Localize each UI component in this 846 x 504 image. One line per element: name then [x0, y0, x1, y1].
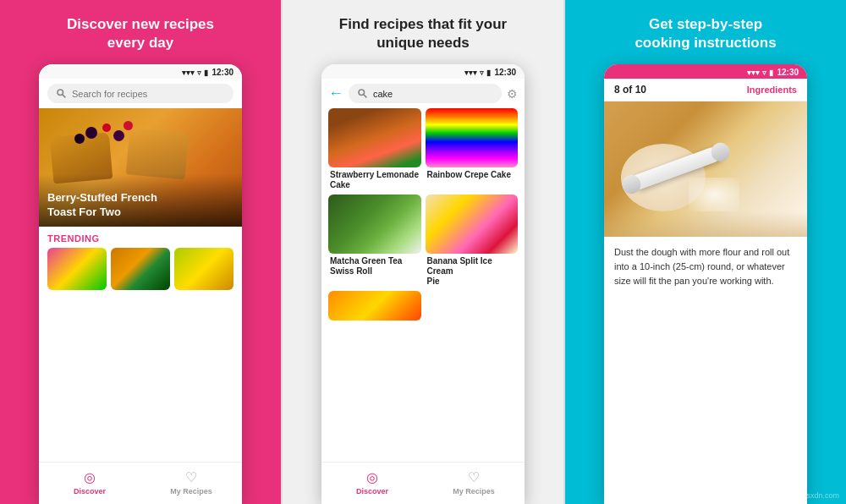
hands-hint [604, 211, 807, 237]
recipe-card-1[interactable]: Rainbow Crepe Cake [426, 108, 519, 190]
bottom-nav-1: ◎ Discover ♡ My Recipes [39, 462, 242, 504]
status-bar-2: ▾▾▾ ▿ ▮ 12:30 [321, 64, 525, 79]
phone-mockup-3: ▾▾▾ ▿ ▮ 12:30 8 of 10 Ingredients Dust t… [604, 64, 807, 504]
panel-search: Find recipes that fit your unique needs … [281, 0, 565, 504]
panel-cooking: Get step-by-step cooking instructions ▾▾… [565, 0, 846, 504]
panel-2-title: Find recipes that fit your unique needs [322, 15, 524, 64]
search-input[interactable] [72, 89, 225, 99]
toast-slice-2 [126, 129, 190, 180]
recipe-thumb-3 [426, 194, 519, 254]
nav-discover-1[interactable]: ◎ Discover [39, 463, 140, 504]
trending-thumb-1[interactable] [47, 248, 107, 290]
nav-my-recipes-label-1: My Recipes [170, 487, 212, 496]
wifi-icon-3: ▿ [762, 68, 766, 77]
search-bar-1[interactable] [47, 84, 233, 103]
recipe-name-2: Matcha Green Tea Swiss Roll [328, 256, 421, 277]
phone-mockup-1: ▾▾▾ ▿ ▮ 12:30 [39, 64, 242, 504]
signal-icon-2: ▾▾▾ [464, 68, 477, 77]
heart-icon-1: ♡ [185, 469, 197, 485]
nav-discover-label-2: Discover [356, 487, 388, 496]
status-icons-1: ▾▾▾ ▿ ▮ [182, 68, 208, 77]
recipe-card-4[interactable] [328, 291, 421, 320]
recipe-card-2[interactable]: Matcha Green Tea Swiss Roll [328, 194, 421, 287]
svg-point-2 [359, 90, 365, 96]
nav-my-recipes-2[interactable]: ♡ My Recipes [423, 463, 525, 504]
recipe-name-1: Rainbow Crepe Cake [426, 170, 519, 180]
ingredients-button[interactable]: Ingredients [747, 85, 797, 95]
phone-mockup-2: ▾▾▾ ▿ ▮ 12:30 ← cake ⚙ Strawberry Lemona… [321, 64, 525, 504]
wifi-icon: ▿ [197, 68, 201, 77]
recipe-thumb-2 [328, 194, 421, 254]
panel-1-title: Discover new recipes every day [50, 15, 231, 64]
recipe-thumb-0 [328, 108, 421, 167]
status-icons-2: ▾▾▾ ▿ ▮ [464, 68, 491, 77]
hero-overlay: Berry-Stuffed French Toast For Two [39, 174, 242, 227]
status-bar-3: ▾▾▾ ▿ ▮ 12:30 [604, 64, 807, 79]
search-icon [56, 88, 67, 99]
back-button[interactable]: ← [328, 85, 343, 102]
svg-point-0 [58, 90, 63, 96]
step-counter: 8 of 10 [614, 84, 646, 96]
compass-icon-1: ◎ [84, 469, 96, 485]
recipe-name-3: Banana Split Ice Cream Pie [426, 256, 519, 287]
hero-title: Berry-Stuffed French Toast For Two [47, 191, 233, 220]
search-bar-2[interactable]: cake [349, 84, 502, 103]
trending-thumb-3[interactable] [174, 248, 233, 290]
battery-icon-2: ▮ [486, 68, 491, 77]
svg-line-3 [364, 95, 366, 97]
battery-icon-3: ▮ [769, 68, 773, 77]
bottom-nav-2: ◎ Discover ♡ My Recipes [321, 462, 525, 504]
status-time-1: 12:30 [212, 68, 233, 77]
status-time-3: 12:30 [777, 68, 799, 77]
status-bar-1: ▾▾▾ ▿ ▮ 12:30 [39, 64, 242, 79]
hero-image: Berry-Stuffed French Toast For Two [39, 108, 242, 227]
nav-my-recipes-1[interactable]: ♡ My Recipes [140, 463, 242, 504]
flour-dust [689, 178, 739, 211]
signal-icon-3: ▾▾▾ [747, 68, 760, 77]
berry-3 [102, 123, 111, 132]
search-area-2: ← cake ⚙ [328, 84, 518, 103]
trending-label: TRENDING [39, 227, 242, 248]
cooking-image [604, 101, 807, 237]
search-query-display: cake [373, 89, 393, 99]
filter-icon[interactable]: ⚙ [507, 87, 518, 101]
status-icons-3: ▾▾▾ ▿ ▮ [747, 68, 773, 77]
recipe-thumb-1 [426, 108, 519, 167]
heart-icon-2: ♡ [468, 469, 480, 485]
signal-icon: ▾▾▾ [182, 68, 195, 77]
nav-my-recipes-label-2: My Recipes [453, 487, 495, 496]
recipe-card-3[interactable]: Banana Split Ice Cream Pie [426, 194, 519, 287]
compass-icon-2: ◎ [366, 469, 378, 485]
trending-thumb-2[interactable] [111, 248, 170, 290]
search-icon-2 [357, 88, 368, 99]
battery-icon: ▮ [204, 68, 208, 77]
recipe-card-0[interactable]: Strawberry Lemonade Cake [328, 108, 421, 190]
nav-discover-2[interactable]: ◎ Discover [321, 463, 423, 504]
wifi-icon-2: ▿ [480, 68, 484, 77]
svg-line-1 [63, 95, 65, 97]
step-header: 8 of 10 Ingredients [604, 79, 807, 101]
panel-3-title: Get step-by-step cooking instructions [618, 15, 793, 64]
step-instruction-text: Dust the dough with more flour and roll … [604, 237, 807, 297]
panel-discover: Discover new recipes every day ▾▾▾ ▿ ▮ 1… [0, 0, 281, 504]
recipe-thumb-4 [328, 291, 421, 320]
watermark: wsxdn.com [801, 491, 839, 500]
nav-discover-label-1: Discover [74, 487, 106, 496]
status-time-2: 12:30 [494, 68, 516, 77]
berry-4 [113, 130, 124, 141]
trending-row [39, 248, 242, 290]
recipe-name-0: Strawberry Lemonade Cake [328, 170, 421, 190]
recipe-grid: Strawberry Lemonade Cake Rainbow Crepe C… [321, 108, 525, 320]
